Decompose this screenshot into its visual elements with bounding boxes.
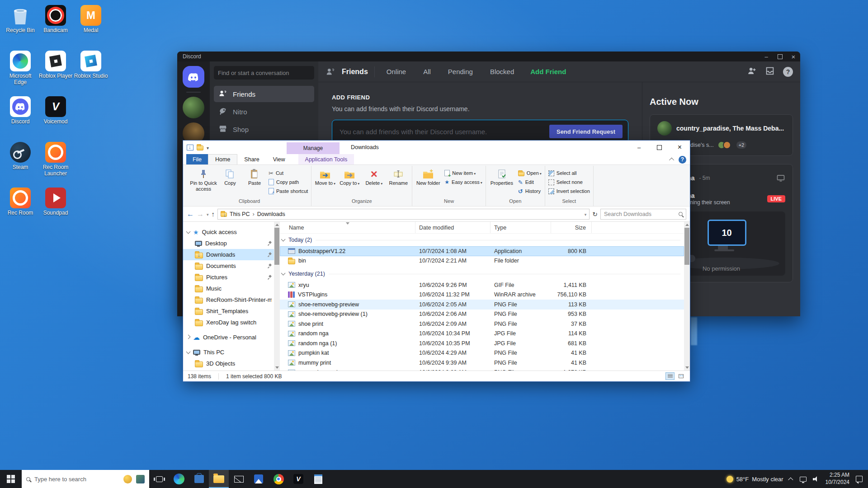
- taskbar-photos[interactable]: [249, 470, 269, 488]
- desktop-icon-recycle-bin[interactable]: Recycle Bin: [3, 3, 38, 48]
- desktop-icon-rec-room[interactable]: Rec Room: [3, 185, 38, 231]
- send-friend-request-button[interactable]: Send Friend Request: [549, 125, 623, 138]
- invert-selection-button[interactable]: Invert selection: [547, 188, 591, 195]
- manage-contextual-tab[interactable]: Manage: [287, 142, 340, 154]
- nav-this-pc[interactable]: This PC: [183, 347, 280, 358]
- maximize-button[interactable]: [773, 52, 787, 61]
- column-header-type[interactable]: Type: [491, 222, 551, 233]
- help-icon[interactable]: ?: [679, 156, 686, 164]
- cut-button[interactable]: Cut: [267, 169, 309, 177]
- sidebar-item-shop[interactable]: Shop: [214, 121, 314, 137]
- tab-application-tools[interactable]: Application Tools: [298, 154, 354, 164]
- taskbar-file-explorer[interactable]: [209, 470, 229, 488]
- breadcrumb-downloads[interactable]: Downloads: [257, 211, 285, 217]
- desktop-icon-steam[interactable]: Steam: [3, 140, 38, 185]
- copy-to-button[interactable]: Copy to: [338, 166, 361, 186]
- scroll-down-button[interactable]: [684, 365, 690, 371]
- scrollbar-thumb[interactable]: [274, 228, 279, 265]
- inbox-icon[interactable]: [765, 66, 775, 77]
- maximize-button[interactable]: [649, 141, 670, 154]
- network-icon[interactable]: [800, 477, 807, 482]
- nav-scrollbar[interactable]: [274, 222, 280, 371]
- desktop-icon-roblox-studio[interactable]: Roblox Studio: [73, 48, 108, 94]
- chevron-down-icon[interactable]: [186, 349, 191, 354]
- group-header-today[interactable]: Today (2): [280, 234, 684, 246]
- nav-item-shirt-templates[interactable]: Shirt_Templates: [183, 305, 280, 317]
- desktop-icon-roblox-player[interactable]: Roblox Player: [38, 48, 73, 94]
- tab-add-friend[interactable]: Add Friend: [526, 66, 571, 77]
- paste-button[interactable]: Paste: [243, 166, 266, 186]
- nav-item-pictures[interactable]: Pictures: [183, 272, 280, 283]
- file-row[interactable]: random nga 10/6/2024 10:34 PM JPG File 1…: [280, 329, 684, 339]
- file-row[interactable]: random nga (1) 10/6/2024 10:35 PM JPG Fi…: [280, 338, 684, 348]
- tab-view[interactable]: View: [266, 154, 292, 164]
- new-group-dm-icon[interactable]: [747, 66, 757, 77]
- file-row[interactable]: BootstrapperV1.22 10/7/2024 1:08 AM Appl…: [280, 246, 684, 256]
- paste-shortcut-button[interactable]: Paste shortcut: [267, 188, 309, 195]
- nav-item-desktop[interactable]: Desktop: [183, 238, 280, 249]
- refresh-button[interactable]: [592, 211, 598, 218]
- taskbar-clock[interactable]: 2:25 AM 10/7/2024: [826, 472, 849, 486]
- scroll-up-button[interactable]: [274, 222, 280, 228]
- column-header-size[interactable]: Size: [551, 222, 592, 233]
- minimize-button[interactable]: [629, 141, 649, 154]
- help-icon[interactable]: ?: [783, 67, 793, 77]
- nav-item-documents[interactable]: Documents: [183, 260, 280, 272]
- sidebar-item-nitro[interactable]: Nitro: [214, 103, 314, 120]
- breadcrumb-this-pc[interactable]: This PC: [230, 211, 250, 217]
- discord-titlebar[interactable]: Discord: [177, 52, 800, 61]
- column-header-date-modified[interactable]: Date modified: [415, 222, 491, 233]
- desktop-icon-medal[interactable]: M Medal: [73, 3, 108, 48]
- scroll-down-button[interactable]: [274, 365, 280, 371]
- file-row[interactable]: xryu 10/6/2024 9:26 PM GIF File 1,411 KB: [280, 280, 684, 290]
- select-none-button[interactable]: Select none: [547, 178, 591, 186]
- add-friend-input[interactable]: [340, 128, 544, 136]
- group-header-yesterday[interactable]: Yesterday (21): [280, 267, 684, 280]
- desktop-icon-edge[interactable]: Microsoft Edge: [3, 48, 38, 94]
- scrollbar-thumb[interactable]: [684, 228, 689, 265]
- file-row[interactable]: shoe-removebg-preview (1) 10/6/2024 2:06…: [280, 310, 684, 319]
- taskbar-chrome[interactable]: [269, 470, 288, 488]
- properties-button[interactable]: Properties: [488, 166, 516, 186]
- pin-to-quick-access-button[interactable]: Pin to Quick access: [189, 166, 217, 192]
- tab-blocked[interactable]: Blocked: [485, 66, 519, 77]
- taskbar-notepad[interactable]: [308, 470, 328, 488]
- tab-file[interactable]: File: [186, 154, 208, 164]
- copy-button[interactable]: Copy: [218, 166, 242, 186]
- select-all-button[interactable]: Select all: [547, 169, 591, 177]
- nav-item-recroom-shirt-printer[interactable]: RecRoom-Shirt-Printer-mai: [183, 294, 280, 305]
- back-button[interactable]: [187, 210, 194, 218]
- address-box[interactable]: This PC Downloads: [217, 209, 590, 220]
- file-row[interactable]: VSTPlugins 10/6/2024 11:32 PM WinRAR arc…: [280, 290, 684, 300]
- history-button[interactable]: History: [517, 188, 543, 195]
- close-button[interactable]: [670, 141, 690, 154]
- search-box[interactable]: [600, 209, 686, 220]
- nav-item-3d-objects[interactable]: 3D Objects: [183, 358, 280, 369]
- taskbar-search[interactable]: [22, 470, 149, 488]
- action-center-icon[interactable]: [856, 476, 863, 482]
- search-input[interactable]: [604, 211, 679, 217]
- file-list-scrollbar[interactable]: [684, 222, 690, 371]
- nav-item-downloads[interactable]: Downloads: [183, 249, 280, 260]
- server-icon-1[interactable]: [183, 97, 204, 118]
- desktop-icon-soundpad[interactable]: Soundpad: [38, 185, 73, 231]
- tab-all[interactable]: All: [418, 66, 436, 77]
- nav-item-music[interactable]: Music: [183, 283, 280, 294]
- taskbar-edge[interactable]: [169, 470, 189, 488]
- thumbnails-view-button[interactable]: [676, 372, 685, 380]
- weather-widget[interactable]: 58°F Mostly clear: [726, 476, 783, 483]
- minimize-button[interactable]: [760, 52, 773, 61]
- chevron-down-icon[interactable]: [186, 229, 191, 234]
- file-row[interactable]: shoe-removebg-preview 10/6/2024 2:05 AM …: [280, 300, 684, 310]
- tab-online[interactable]: Online: [381, 66, 411, 77]
- tab-pending[interactable]: Pending: [443, 66, 478, 77]
- file-row[interactable]: pumpkin kat 10/6/2024 4:29 AM PNG File 4…: [280, 348, 684, 358]
- discord-home-button[interactable]: [183, 66, 204, 88]
- nav-item-desktop-pc[interactable]: Desktop: [183, 369, 280, 371]
- start-button[interactable]: [0, 470, 22, 488]
- rename-button[interactable]: Rename: [387, 166, 410, 186]
- file-row[interactable]: removebg-preview 10/6/2024 9:28 AM PNG F…: [280, 368, 684, 371]
- close-button[interactable]: [787, 52, 800, 61]
- address-dropdown-icon[interactable]: [585, 211, 587, 217]
- desktop-icon-discord[interactable]: Discord: [3, 94, 38, 140]
